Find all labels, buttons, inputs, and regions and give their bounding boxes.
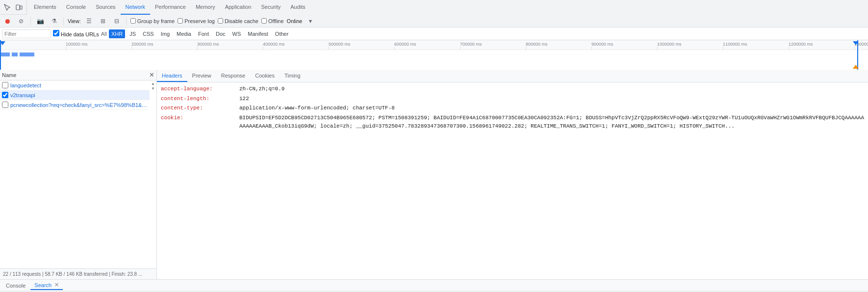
- scroll-up-btn[interactable]: ▲: [151, 81, 155, 86]
- request-name-1: v2transapi: [10, 92, 148, 98]
- header-content-length: content-length: 122: [161, 94, 864, 104]
- tab-cookies[interactable]: Cookies: [250, 70, 280, 82]
- timeline-bar-3: [20, 53, 34, 56]
- header-accept-language: accept-language: zh-CN,zh;q=0.9: [161, 84, 864, 94]
- request-items: languedetect v2transapi pcnewcollection?…: [0, 80, 150, 268]
- filter-img-btn[interactable]: Img: [158, 29, 172, 38]
- disable-cache-checkbox[interactable]: [218, 18, 223, 24]
- filter-other-btn[interactable]: Other: [273, 29, 291, 38]
- devtools-header: Elements Console Sources Network Perform…: [0, 0, 868, 15]
- tick-100k: 100000 ms: [66, 42, 88, 50]
- group-by-frame-label[interactable]: Group by frame: [130, 18, 175, 24]
- filter-manifest-btn[interactable]: Manifest: [245, 29, 271, 38]
- request-checkbox-1[interactable]: [2, 92, 8, 98]
- console-tab-label: Console: [6, 283, 26, 289]
- tick-500k: 500000 ms: [329, 42, 351, 50]
- filter-xhr-btn[interactable]: XHR: [109, 29, 125, 38]
- accept-language-name: accept-language:: [161, 85, 239, 94]
- request-name-0: languedetect: [10, 82, 148, 88]
- tab-timing[interactable]: Timing: [280, 70, 306, 82]
- filter-js-btn[interactable]: JS: [127, 29, 138, 38]
- record-btn[interactable]: ⏺: [2, 16, 13, 27]
- request-item-languedetect[interactable]: languedetect: [0, 80, 150, 90]
- timeline-ruler: 100000 ms 200000 ms 300000 ms 400000 ms …: [0, 40, 868, 50]
- timeline-bar-2: [12, 53, 18, 56]
- tab-memory[interactable]: Memory: [191, 0, 220, 15]
- timeline-chart: [0, 50, 868, 70]
- tab-elements[interactable]: Elements: [29, 0, 61, 15]
- request-scroll-buttons: ▲ ▼: [150, 80, 156, 268]
- timeline-bar-1: [1, 53, 10, 56]
- filter-input[interactable]: [2, 29, 51, 38]
- svg-marker-2: [0, 41, 5, 45]
- tab-preview[interactable]: Preview: [187, 70, 216, 82]
- offline-label[interactable]: Offline: [261, 18, 284, 24]
- camera-icon[interactable]: 📷: [35, 16, 46, 27]
- filter-media-btn[interactable]: Media: [174, 29, 194, 38]
- tab-response[interactable]: Response: [216, 70, 251, 82]
- filter-doc-btn[interactable]: Doc: [213, 29, 228, 38]
- main-content: Name ✕ languedetect v2transapi pcnewcoll…: [0, 70, 868, 279]
- view-list-icon[interactable]: ☰: [84, 16, 95, 27]
- tick-700k: 700000 ms: [460, 42, 482, 50]
- close-panel-btn[interactable]: ✕: [149, 71, 154, 79]
- inspect-icon[interactable]: [2, 2, 13, 13]
- tab-console[interactable]: Console: [61, 0, 91, 15]
- timeline-right-handle-bottom[interactable]: [853, 64, 859, 70]
- device-toggle-icon[interactable]: [14, 2, 25, 13]
- tick-300k: 300000 ms: [197, 42, 219, 50]
- preserve-log-label[interactable]: Preserve log: [178, 18, 215, 24]
- filter-font-btn[interactable]: Font: [196, 29, 211, 38]
- detail-content: accept-language: zh-CN,zh;q=0.9 content-…: [157, 82, 868, 279]
- timeline-wrapper: 100000 ms 200000 ms 300000 ms 400000 ms …: [0, 40, 868, 70]
- tab-performance[interactable]: Performance: [150, 0, 191, 15]
- view-large-icon[interactable]: ⊞: [98, 16, 108, 27]
- clear-btn[interactable]: ⊘: [16, 16, 26, 27]
- request-name-2: pcnewcollection?req=check&fanyi_src=%E7%…: [10, 102, 148, 108]
- content-type-value: application/x-www-form-urlencoded; chars…: [239, 104, 395, 113]
- request-list: Name ✕ languedetect v2transapi pcnewcoll…: [0, 70, 157, 279]
- filter-ws-btn[interactable]: WS: [230, 29, 244, 38]
- console-tab-btn[interactable]: Console: [2, 282, 29, 290]
- request-item-v2transapi[interactable]: v2transapi: [0, 90, 150, 100]
- hide-data-urls-checkbox[interactable]: [53, 30, 59, 36]
- tab-network[interactable]: Network: [121, 0, 150, 15]
- view-small-icon[interactable]: ⊟: [111, 16, 122, 27]
- tick-1200k: 1200000 ms: [789, 42, 813, 50]
- request-item-pcnewcollection[interactable]: pcnewcollection?req=check&fanyi_src=%E7%…: [0, 100, 150, 110]
- offline-checkbox[interactable]: [261, 18, 267, 24]
- request-checkbox-0[interactable]: [2, 82, 8, 88]
- status-bar: 22 / 113 requests | 58.7 KB / 146 KB tra…: [0, 268, 156, 279]
- hide-data-urls-label[interactable]: Hide data URLs: [53, 30, 99, 37]
- accept-language-value: zh-CN,zh;q=0.9: [239, 85, 284, 94]
- separator-1: [30, 17, 31, 25]
- timeline-right-handle-top[interactable]: [853, 40, 859, 46]
- filter-icon[interactable]: ⚗: [49, 16, 59, 27]
- tab-sources[interactable]: Sources: [91, 0, 120, 15]
- preserve-log-checkbox[interactable]: [178, 18, 183, 24]
- bottom-console: Console Search ✕ 🔍 ✕ Ignore case Regular…: [0, 279, 868, 292]
- tab-application[interactable]: Application: [220, 0, 256, 15]
- search-tab-btn[interactable]: Search ✕: [30, 281, 63, 290]
- filter-css-btn[interactable]: CSS: [140, 29, 156, 38]
- group-by-frame-checkbox[interactable]: [130, 18, 136, 24]
- network-toolbar: ⏺ ⊘ 📷 ⚗ View: ☰ ⊞ ⊟ Group by frame Prese…: [0, 15, 868, 27]
- devtools-left-icons: [0, 0, 27, 14]
- all-label: All: [101, 31, 107, 37]
- content-length-value: 122: [239, 95, 249, 104]
- scroll-down-btn[interactable]: ▼: [151, 86, 155, 91]
- console-tabs: Console Search ✕: [0, 280, 868, 292]
- search-tab-close[interactable]: ✕: [54, 282, 59, 288]
- disable-cache-label[interactable]: Disable cache: [218, 18, 258, 24]
- dropdown-icon[interactable]: ▾: [305, 16, 316, 27]
- timeline-left-handle[interactable]: [0, 40, 5, 46]
- tab-headers[interactable]: Headers: [157, 70, 187, 82]
- cookie-value: BIDUPSID=EF5D2DCB95CD02713C504B965E68057…: [239, 114, 864, 131]
- content-length-name: content-length:: [161, 95, 239, 104]
- separator-2: [63, 17, 64, 25]
- tab-audits[interactable]: Audits: [285, 0, 310, 15]
- request-checkbox-2[interactable]: [2, 102, 8, 108]
- cookie-name: cookie:: [161, 114, 239, 123]
- tab-security[interactable]: Security: [256, 0, 285, 15]
- tick-200k: 200000 ms: [131, 42, 153, 50]
